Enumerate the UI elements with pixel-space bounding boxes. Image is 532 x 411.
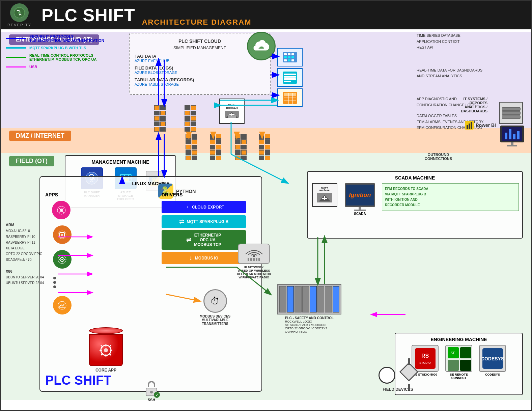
router-icon bbox=[238, 244, 270, 264]
scada-contents: MQTTBROKER Ignition SCADA bbox=[311, 183, 519, 216]
logo-text: REVERITY bbox=[7, 23, 31, 27]
reverity-logo-svg bbox=[13, 7, 25, 19]
svg-rect-28 bbox=[471, 122, 472, 129]
legend-line-magenta bbox=[6, 66, 26, 67]
gear-overlay bbox=[97, 342, 114, 359]
se-remote-icon: SE bbox=[445, 345, 472, 372]
svg-rect-9 bbox=[291, 56, 294, 58]
svg-point-47 bbox=[61, 259, 63, 260]
svg-rect-10 bbox=[284, 59, 287, 61]
svg-rect-17 bbox=[284, 81, 291, 82]
lock-icon: ✓ bbox=[145, 381, 158, 396]
svg-rect-59 bbox=[460, 347, 471, 358]
modbus-devices: ⏱ MODBUS DEVICESMULTIVARIABLETRANSMITTER… bbox=[200, 289, 230, 326]
app5-svg bbox=[57, 300, 67, 310]
drivers-title: DRIVERS bbox=[162, 192, 246, 197]
tag-data-label: TAG DATA bbox=[135, 54, 265, 59]
app1-svg bbox=[56, 205, 66, 215]
legend-line-teal bbox=[6, 47, 26, 49]
legend-text-magenta: USB bbox=[29, 65, 37, 69]
mqtt-broker-top-label: MQTTBROKER bbox=[226, 103, 238, 109]
valve-container bbox=[400, 365, 417, 385]
plc-slot-5 bbox=[310, 286, 317, 312]
svg-text:☁: ☁ bbox=[258, 43, 264, 50]
svg-point-65 bbox=[253, 255, 255, 257]
app4-icon bbox=[45, 273, 64, 292]
info-section-1: TIME SERIES DATABASEAPPLICATION CONTEXTR… bbox=[417, 33, 525, 51]
codesys-item: CODESYS CODESYS bbox=[477, 345, 508, 380]
legend-item-green: REAL-TIME CONTROL PROTOCOLS ETHERNET/IP,… bbox=[6, 53, 127, 61]
app2 bbox=[45, 224, 79, 246]
event-hub-icon bbox=[277, 48, 303, 66]
firewall-6 bbox=[259, 134, 270, 160]
plc-slot-6 bbox=[317, 286, 325, 312]
cylinder-body bbox=[89, 334, 123, 366]
cloud-export-btn: → CLOUD EXPORT bbox=[162, 201, 246, 213]
rs-studio-svg: RS STUDIO bbox=[414, 348, 436, 369]
ignition-label: Ignition bbox=[349, 192, 371, 199]
apps-title: APPS bbox=[45, 192, 79, 197]
gauge-icon: ⏱ bbox=[203, 289, 227, 313]
arrow-bidirectional-icon: ⇌ bbox=[179, 218, 184, 225]
network-label: IP NETWORKWIRED OR WIRELESSCELLULAR MODE… bbox=[237, 266, 271, 279]
codesys-icon: CODESYS bbox=[479, 345, 506, 372]
cylinder-top bbox=[89, 327, 123, 334]
plc-shift-label: PLC SHIFT bbox=[45, 373, 111, 388]
app2-icon bbox=[53, 225, 72, 244]
scada-monitor: Ignition bbox=[345, 183, 375, 207]
ethernet-btn: ⇌ ETHERNET/IPOPC UAMODBUS TCP bbox=[162, 230, 246, 250]
app1 bbox=[45, 199, 79, 221]
table-storage-icon bbox=[277, 88, 303, 107]
svg-rect-6 bbox=[291, 53, 294, 55]
mqtt-broker-scada-box: MQTTBROKER bbox=[312, 183, 337, 207]
app1-icon bbox=[52, 201, 71, 219]
file-data-item: FILE DATA (LOGS) AZURE BLOB STORAGE bbox=[135, 65, 265, 75]
svg-rect-27 bbox=[469, 124, 470, 129]
svg-rect-26 bbox=[467, 125, 468, 129]
core-app-cylinder bbox=[89, 327, 123, 366]
modbus-io-btn: ↓ MODBUS IO bbox=[162, 252, 246, 264]
cloud-subtitle: SIMPLIFIED MANAGEMENT bbox=[135, 46, 265, 50]
powerbi-icon bbox=[465, 120, 474, 130]
svg-rect-14 bbox=[284, 74, 296, 75]
svg-rect-8 bbox=[288, 56, 290, 58]
header: REVERITY PLC SHIFT ARCHITECTURE DIAGRAM bbox=[1, 1, 531, 29]
codesys-label: CODESYS bbox=[485, 373, 500, 376]
cloud-svg: ☁ bbox=[252, 38, 271, 54]
tag-data-sub: AZURE EVENT HUB bbox=[135, 59, 265, 63]
modbus-io-label: MODBUS IO bbox=[195, 256, 218, 261]
svg-rect-61 bbox=[460, 360, 471, 371]
powerbi-label: Power BI bbox=[476, 122, 496, 128]
svg-point-1 bbox=[18, 11, 21, 14]
svg-rect-15 bbox=[284, 76, 296, 78]
app3 bbox=[45, 248, 79, 270]
ssh-label: SSH bbox=[145, 398, 158, 402]
legend-line-green bbox=[6, 57, 26, 58]
file-data-sub: AZURE BLOB STORAGE bbox=[135, 71, 265, 75]
storage-icons-area bbox=[277, 48, 303, 107]
firewall-5 bbox=[235, 134, 247, 160]
plc-rack bbox=[277, 284, 341, 314]
mqtt-btn: ⇌ MQTT SPARKPLUG B bbox=[162, 215, 246, 228]
logo-area: REVERITY bbox=[7, 3, 31, 27]
mqtt-broker-svg bbox=[224, 109, 240, 119]
ssh-item: ✓ SSH bbox=[145, 381, 158, 402]
scada-title: SCADA MACHINE bbox=[311, 175, 519, 181]
cloud-export-label: CLOUD EXPORT bbox=[192, 205, 224, 210]
legend-text-blue: SECURE IT PROTOCOLS TLS ENCRYPTION AND A… bbox=[29, 34, 104, 43]
se-remote-svg: SE bbox=[446, 346, 472, 372]
linux-machine: LINUX MACHINE APPS bbox=[39, 176, 262, 392]
network-device: IP NETWORKWIRED OR WIRELESSCELLULAR MODE… bbox=[237, 244, 271, 279]
it-systems-label: IT SYSTEMS / REPORTSANALYTICS / DASHBOAR… bbox=[461, 97, 487, 113]
drivers-section: DRIVERS → CLOUD EXPORT ⇌ MQTT SPARKPLUG … bbox=[162, 192, 246, 266]
efm-info-box: EFM RECORDS TO SCADAVIA MQTT SPARKPLUG B… bbox=[382, 183, 519, 211]
outbound-label: OUTBOUNDCONNECTIONS bbox=[425, 153, 452, 161]
server-icon bbox=[499, 102, 523, 124]
svg-text:STUDIO: STUDIO bbox=[419, 361, 430, 364]
plc-title: PLC - SAFETY AND CONTROL bbox=[285, 316, 334, 320]
blob-svg bbox=[282, 71, 298, 84]
page-title: PLC SHIFT bbox=[41, 5, 135, 25]
field-devices: FIELD DEVICES bbox=[379, 365, 417, 392]
arrow-right-icon: → bbox=[183, 203, 189, 211]
svg-rect-4 bbox=[284, 53, 287, 55]
